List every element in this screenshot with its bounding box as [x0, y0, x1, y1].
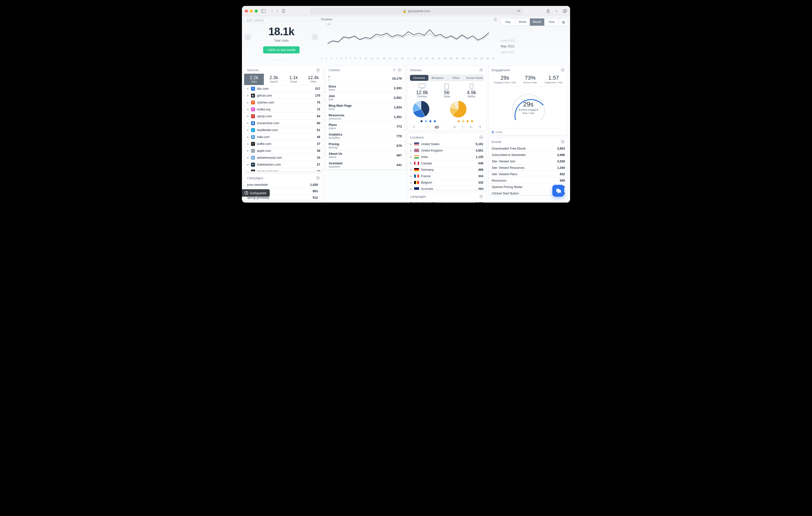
locations-title: Locations	[410, 136, 424, 139]
content-row[interactable]: Analytics/analytics770	[326, 131, 405, 141]
source-row[interactable]: ▶nnpmjs.com64	[244, 113, 323, 120]
source-row[interactable]: ▶Lleadfeeder.com51	[244, 127, 323, 134]
new-tab-icon[interactable]: ＋	[554, 9, 559, 13]
panel-add-button[interactable]: +	[397, 68, 402, 72]
content-row[interactable]: Pricing/pricing579	[326, 141, 405, 150]
sidebar-toggle-icon[interactable]	[261, 9, 266, 13]
privacy-shield-icon[interactable]	[281, 9, 286, 13]
svg-point-7	[446, 88, 447, 89]
calendar-icon[interactable]: ▦	[559, 19, 568, 26]
tablet-label: Tablet	[434, 95, 459, 98]
location-row[interactable]: ▶France334	[407, 173, 486, 179]
location-row[interactable]: ▶Belgium332	[407, 179, 486, 186]
desktop-label: Desktop	[410, 95, 434, 98]
sources-stat-tab[interactable]: 2.2kSites	[244, 74, 264, 85]
event-row[interactable]: Subscribed to Newsletter2,696	[489, 152, 568, 158]
zoom-window-button[interactable]	[255, 9, 258, 12]
summary-next-button[interactable]: →	[311, 33, 318, 40]
location-row[interactable]: ▶United States5,181	[407, 141, 486, 147]
source-row[interactable]: ▶Tnytimes.com75	[244, 99, 323, 106]
month-option[interactable]: April 2021	[501, 49, 568, 55]
event-row[interactable]: Site: Viewed Resources1,344	[489, 165, 568, 171]
content-row[interactable]: About Us/about497	[326, 150, 405, 160]
minimize-window-button[interactable]	[250, 9, 253, 12]
source-row[interactable]: ▶≡buffer.com37	[244, 140, 323, 147]
range-tab-month[interactable]: Month	[530, 19, 545, 26]
content-row[interactable]: //10,176	[326, 74, 405, 83]
source-row[interactable]: ▶Bbbc.com217	[244, 85, 323, 92]
mobile-label: Mobile	[459, 95, 484, 98]
linux-icon: ▢	[426, 125, 429, 128]
engagement-legend: 1 min	[495, 131, 502, 134]
panel-add-button[interactable]: +	[560, 140, 565, 144]
tab-overview-icon[interactable]	[563, 9, 567, 13]
location-row[interactable]: ▶India1,125	[407, 154, 486, 160]
source-row[interactable]: ▶Hhabr.com46	[244, 134, 323, 140]
share-icon[interactable]	[546, 9, 550, 13]
campaign-row[interactable]: june-newsletter1,028›	[244, 181, 323, 188]
safari-icon: ◉	[453, 125, 456, 128]
panel-add-button[interactable]: +	[479, 135, 483, 140]
panel-add-button[interactable]: +	[316, 176, 320, 180]
devices-tabs: OverviewBrowsersOSesScreen Sizes	[410, 75, 484, 81]
location-row[interactable]: ▶United Kingdom3,651	[407, 147, 486, 154]
chrome-icon: ◳	[461, 125, 464, 128]
source-row[interactable]: ▶◐github.com175	[244, 92, 323, 99]
gear-icon[interactable]: ⚙	[393, 68, 396, 72]
sources-stat-tab[interactable]: 1.1kSocial	[284, 74, 303, 85]
event-row[interactable]: Site: Viewed Plans832	[489, 171, 568, 177]
source-row[interactable]: ▶Kkottke.org72	[244, 106, 323, 113]
summary-pager-dots[interactable]: ●○○○○○○○ ⠿	[246, 59, 317, 61]
range-tab-day[interactable]: Day	[501, 19, 515, 26]
content-row[interactable]: Blog Main Page/blog1,834	[326, 103, 405, 112]
month-option[interactable]: June 2021	[501, 38, 568, 44]
url-bar[interactable]: 🔒 gosquared.com ⟳	[310, 8, 523, 15]
location-row[interactable]: ▶Australia293	[407, 186, 486, 190]
analytics-app: EDIT LAYOUT ← → 18.1k Total Visits +16% …	[242, 16, 570, 203]
summary-prev-button[interactable]: ←	[244, 33, 251, 40]
source-row[interactable]: ▶Ggosquared.com27	[244, 168, 323, 172]
event-row[interactable]: Downloaded Free Ebook2,803	[489, 145, 568, 152]
svg-point-9	[471, 88, 472, 89]
panel-add-button[interactable]: +	[479, 194, 483, 199]
devices-tab[interactable]: Overview	[410, 75, 428, 81]
location-row[interactable]: ▶Canada548	[407, 160, 486, 167]
source-row[interactable]: ▶apple.com36	[244, 147, 323, 154]
language-row[interactable]: English (United States)9,195	[407, 200, 486, 203]
devices-tab[interactable]: Screen Sizes	[465, 75, 484, 81]
nav-forward-button[interactable]: ›	[277, 8, 278, 13]
chat-button[interactable]	[552, 185, 564, 197]
range-tab-year[interactable]: Year	[545, 19, 559, 26]
event-row[interactable]: Site: Viewed Join2,028	[489, 158, 568, 165]
source-row[interactable]: ▶IHindiehackers.com27	[244, 161, 323, 168]
panel-add-button[interactable]: +	[560, 68, 565, 72]
source-row[interactable]: ▶wwebartesanal.com33	[244, 154, 323, 161]
reload-icon[interactable]: ⟳	[518, 9, 520, 13]
content-row[interactable]: Assistant/assistant441	[326, 160, 405, 170]
panel-add-button[interactable]: +	[316, 68, 320, 72]
flag-icon	[414, 162, 419, 165]
timeline-panel: Timeline × 1.2k 123456789101112131415161…	[321, 16, 499, 64]
event-row[interactable]: Resources659	[489, 177, 568, 184]
devices-tab[interactable]: OSes	[447, 75, 465, 81]
devices-tab[interactable]: Browsers	[428, 75, 447, 81]
content-row[interactable]: Join/join2,061	[326, 93, 405, 103]
browser-window: ‹ › 🔒 gosquared.com ⟳ ＋ EDIT LAYOUT	[242, 6, 570, 203]
nav-back-button[interactable]: ‹	[271, 8, 273, 13]
panel-add-button[interactable]: +	[479, 68, 483, 72]
summary-delta-badge: +16% on last month	[263, 46, 299, 54]
sources-stat-tab[interactable]: 2.3kSearch	[264, 74, 284, 85]
timeline-close-button[interactable]: ×	[493, 17, 498, 22]
month-option[interactable]: May 2021	[501, 44, 568, 49]
source-row[interactable]: ▶✱iconarchive.com60	[244, 120, 323, 127]
range-tab-week[interactable]: Week	[515, 19, 530, 26]
content-row[interactable]: Plans/plans773	[326, 122, 405, 131]
content-row[interactable]: Docs/docs2,283	[326, 83, 405, 93]
location-row[interactable]: ▶Germany488	[407, 167, 486, 173]
flag-icon	[414, 142, 419, 146]
sources-stat-tab[interactable]: 12.4kOther	[303, 74, 323, 85]
close-window-button[interactable]	[245, 9, 248, 12]
gosquared-badge[interactable]: GoSquared	[242, 189, 270, 197]
content-row[interactable]: Resources/resources1,451	[326, 112, 405, 122]
flag-icon	[414, 181, 419, 184]
